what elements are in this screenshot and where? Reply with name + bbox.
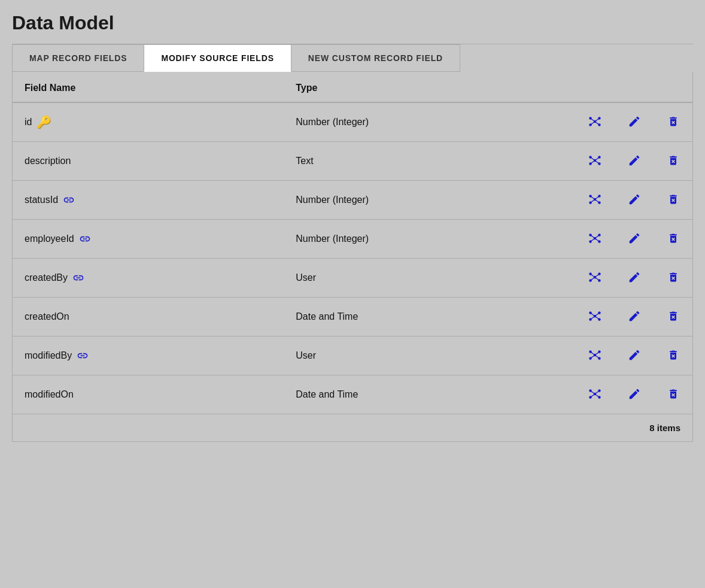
connect-icon-button[interactable]	[587, 231, 603, 246]
svg-line-62	[595, 355, 599, 359]
tab-new-custom-record-field[interactable]: NEW CUSTOM RECORD FIELD	[291, 44, 460, 72]
tabs-bar: MAP RECORD FIELDS MODIFY SOURCE FIELDS N…	[12, 44, 693, 72]
delete-icon-button[interactable]	[666, 348, 680, 362]
field-type-col: Date and Time	[284, 298, 575, 337]
svg-line-51	[595, 313, 599, 317]
col-header-edit	[615, 72, 654, 102]
edit-icon-button[interactable]	[627, 114, 642, 129]
svg-line-60	[595, 352, 599, 356]
edit-action-col	[615, 375, 654, 414]
field-name-text: statusId	[25, 195, 58, 205]
svg-line-23	[591, 196, 595, 200]
edit-icon-button[interactable]	[627, 347, 642, 363]
connect-icon-button[interactable]	[587, 114, 603, 129]
field-name-cell: description	[25, 156, 272, 166]
connect-icon-button[interactable]	[587, 153, 603, 168]
delete-icon-button[interactable]	[666, 231, 680, 245]
svg-line-44	[595, 277, 599, 281]
svg-line-59	[591, 352, 595, 356]
table-header-row: Field Name Type	[13, 72, 692, 102]
tab-map-record-fields[interactable]: MAP RECORD FIELDS	[12, 44, 144, 72]
field-name-text: employeeId	[25, 234, 74, 244]
edit-icon-button[interactable]	[627, 269, 642, 285]
delete-action-col	[654, 102, 692, 142]
svg-line-8	[595, 122, 599, 125]
delete-icon-button[interactable]	[666, 387, 680, 401]
table-footer-count: 8 items	[13, 414, 692, 442]
field-name-cell: modifiedOn	[25, 389, 272, 400]
field-type-col: User	[284, 337, 575, 375]
table-row: statusId Number (Integer)	[13, 181, 692, 220]
delete-action-col	[654, 181, 692, 220]
svg-line-69	[595, 391, 599, 395]
field-type-col: Date and Time	[284, 375, 575, 414]
connect-action-col	[575, 337, 615, 375]
table-row: id🔑 Number (Integer)	[13, 102, 692, 142]
delete-action-col	[654, 220, 692, 259]
delete-icon-button[interactable]	[666, 309, 680, 323]
svg-line-34	[591, 238, 595, 242]
col-header-type: Type	[284, 72, 575, 102]
delete-action-col	[654, 142, 692, 181]
table-row: modifiedOn Date and Time	[13, 375, 692, 414]
edit-action-col	[615, 142, 654, 181]
delete-icon-button[interactable]	[666, 192, 680, 207]
delete-action-col	[654, 259, 692, 298]
field-name-text: id	[25, 117, 32, 128]
tab-modify-source-fields[interactable]: MODIFY SOURCE FIELDS	[144, 44, 291, 72]
delete-icon-button[interactable]	[666, 153, 680, 168]
field-name-col: modifiedOn	[13, 375, 284, 414]
connect-action-col	[575, 142, 615, 181]
svg-line-5	[591, 119, 595, 122]
connect-icon-button[interactable]	[587, 269, 603, 285]
svg-line-24	[595, 196, 599, 200]
edit-action-col	[615, 102, 654, 142]
field-name-col: id🔑	[13, 102, 284, 142]
edit-icon-button[interactable]	[627, 386, 642, 402]
connect-action-col	[575, 102, 615, 142]
field-name-cell: createdBy	[25, 272, 272, 284]
table-footer-row: 8 items	[13, 414, 692, 442]
connect-icon-button[interactable]	[587, 308, 603, 324]
field-name-col: modifiedBy	[13, 337, 284, 375]
svg-line-70	[591, 394, 595, 398]
table-row: employeeId Number (Integer)	[13, 220, 692, 259]
table-row: description Text	[13, 142, 692, 181]
field-type-col: Text	[284, 142, 575, 181]
connect-icon-button[interactable]	[587, 347, 603, 363]
delete-action-col	[654, 298, 692, 337]
edit-action-col	[615, 337, 654, 375]
field-type-col: Number (Integer)	[284, 220, 575, 259]
connect-icon-button[interactable]	[587, 386, 603, 402]
svg-line-15	[595, 157, 599, 161]
field-name-text: createdBy	[25, 272, 68, 283]
svg-line-7	[591, 122, 595, 125]
edit-icon-button[interactable]	[627, 192, 642, 207]
field-type-col: Number (Integer)	[284, 102, 575, 142]
col-header-delete	[654, 72, 692, 102]
svg-line-41	[591, 274, 595, 278]
field-name-col: createdBy	[13, 259, 284, 298]
delete-icon-button[interactable]	[666, 114, 680, 129]
svg-line-53	[595, 316, 599, 320]
field-name-cell: statusId	[25, 194, 272, 206]
edit-action-col	[615, 259, 654, 298]
connect-action-col	[575, 220, 615, 259]
delete-icon-button[interactable]	[666, 270, 680, 284]
svg-line-26	[595, 199, 599, 203]
svg-line-16	[591, 160, 595, 164]
field-name-col: employeeId	[13, 220, 284, 259]
svg-line-6	[595, 119, 599, 122]
svg-line-52	[591, 316, 595, 320]
svg-line-42	[595, 274, 599, 278]
field-name-text: modifiedBy	[25, 350, 72, 361]
svg-line-68	[591, 391, 595, 395]
edit-icon-button[interactable]	[627, 153, 642, 168]
link-icon	[63, 194, 75, 206]
edit-icon-button[interactable]	[627, 308, 642, 324]
svg-line-50	[591, 313, 595, 317]
edit-icon-button[interactable]	[627, 231, 642, 246]
connect-action-col	[575, 298, 615, 337]
connect-action-col	[575, 375, 615, 414]
connect-icon-button[interactable]	[587, 192, 603, 207]
